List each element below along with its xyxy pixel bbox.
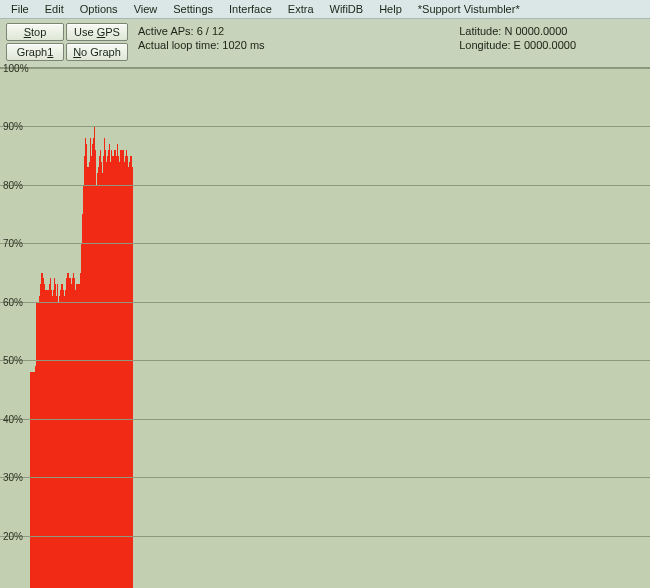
- y-axis-label: 90%: [3, 121, 23, 132]
- menu-edit[interactable]: Edit: [38, 2, 71, 16]
- gridline: [0, 68, 650, 69]
- signal-graph: 100%90%80%70%60%50%40%30%20%10%: [0, 68, 650, 588]
- signal-bar: [132, 167, 133, 588]
- status-info: Active APs: 6 / 12 Actual loop time: 102…: [138, 23, 265, 51]
- menu-wifidb[interactable]: WifiDB: [323, 2, 371, 16]
- gridline: [0, 243, 650, 244]
- no-graph-rest: o Graph: [81, 46, 121, 58]
- stop-button[interactable]: Stop: [6, 23, 64, 41]
- y-axis-label: 60%: [3, 296, 23, 307]
- toolbar-buttons: Stop Use GPS Graph1 No Graph: [6, 23, 128, 61]
- y-axis-label: 70%: [3, 238, 23, 249]
- active-aps-label: Active APs: 6 / 12: [138, 25, 265, 37]
- menu-view[interactable]: View: [127, 2, 165, 16]
- y-axis-label: 40%: [3, 413, 23, 424]
- y-axis-label: 30%: [3, 472, 23, 483]
- gridline: [0, 419, 650, 420]
- menu-options[interactable]: Options: [73, 2, 125, 16]
- menu-help[interactable]: Help: [372, 2, 409, 16]
- y-axis-label: 50%: [3, 355, 23, 366]
- loop-time-label: Actual loop time: 1020 ms: [138, 39, 265, 51]
- longitude-label: Longitude: E 0000.0000: [459, 39, 576, 51]
- latitude-label: Latitude: N 0000.0000: [459, 25, 576, 37]
- toolbar: Stop Use GPS Graph1 No Graph Active APs:…: [0, 19, 650, 68]
- menu-interface[interactable]: Interface: [222, 2, 279, 16]
- menu-bar: File Edit Options View Settings Interfac…: [0, 0, 650, 19]
- y-axis-label: 80%: [3, 179, 23, 190]
- gps-info: Latitude: N 0000.0000 Longitude: E 0000.…: [459, 23, 576, 51]
- stop-button-rest: top: [31, 26, 46, 38]
- gridline: [0, 302, 650, 303]
- menu-file[interactable]: File: [4, 2, 36, 16]
- graph-bars: [30, 68, 650, 588]
- y-axis-label: 100%: [3, 63, 29, 74]
- gridline: [0, 360, 650, 361]
- graph1-pre: Graph: [17, 46, 48, 58]
- use-gps-rest: PS: [105, 26, 120, 38]
- gridline: [0, 477, 650, 478]
- menu-support-vistumbler[interactable]: *Support Vistumbler*: [411, 2, 527, 16]
- no-graph-button[interactable]: No Graph: [66, 43, 128, 61]
- use-gps-pre: Use: [74, 26, 97, 38]
- use-gps-button[interactable]: Use GPS: [66, 23, 128, 41]
- menu-extra[interactable]: Extra: [281, 2, 321, 16]
- y-axis-label: 20%: [3, 530, 23, 541]
- gridline: [0, 126, 650, 127]
- menu-settings[interactable]: Settings: [166, 2, 220, 16]
- gridline: [0, 536, 650, 537]
- graph1-button[interactable]: Graph1: [6, 43, 64, 61]
- gridline: [0, 185, 650, 186]
